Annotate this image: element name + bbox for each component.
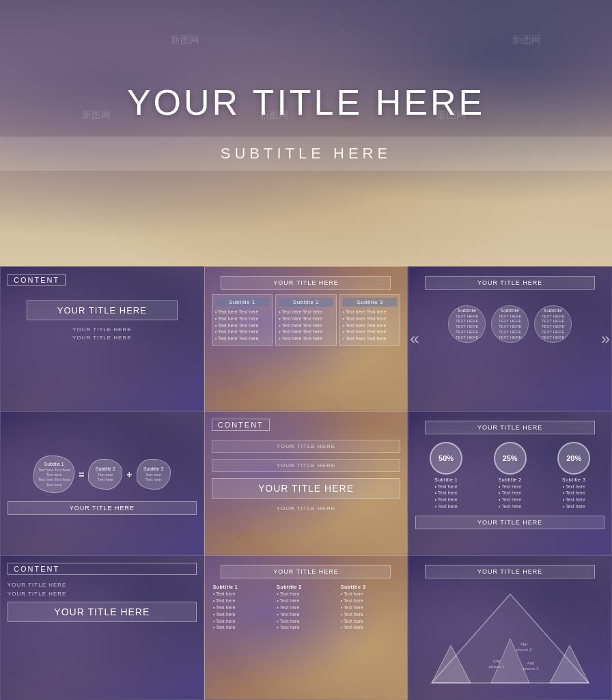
- circle-3: Subtitle TEXT HERETEXT HERETEXT HERETEXT…: [534, 305, 572, 343]
- svg-text:picture 1: picture 1: [488, 664, 505, 669]
- percent-circle-1: 50%: [430, 442, 462, 475]
- svg-text:App: App: [520, 642, 527, 646]
- col2-header: Subtitle 2: [279, 298, 333, 307]
- blob-1: Subtitle 1 Text here Text hereText hereT…: [33, 456, 74, 493]
- percent-circle-3: 20%: [557, 442, 590, 475]
- circle2-text: TEXT HERETEXT HERETEXT HERETEXT HERETEXT…: [499, 314, 522, 341]
- grid-section: CONTENT YOUR TITLE HERE YOUR TITLE HERE …: [0, 266, 612, 700]
- percent2-text: Text here Text here Text here Text here: [499, 484, 521, 510]
- circle2-title: Subtitle: [501, 308, 519, 313]
- cell4-bottom-title: YOUR TITLE HERE: [8, 501, 197, 515]
- hero-subtitle: SUBTITLE HERE: [221, 145, 391, 162]
- content-label-3: CONTENT: [8, 563, 197, 575]
- stacked-titles: YOUR TITLE HERE YOUR TITLE HERE YOUR TIT…: [212, 438, 401, 512]
- cell6-bottom-title: YOUR TITLE HERE: [415, 516, 604, 529]
- grid-cell-1-1: CONTENT YOUR TITLE HERE YOUR TITLE HERE …: [0, 266, 204, 411]
- circle1-title: Subtitle: [458, 308, 476, 313]
- box-main: YOUR TITLE HERE: [8, 602, 197, 622]
- cell8-col1: Subtitle 1 Text here Text here Text here…: [212, 583, 273, 632]
- percent-3: 20% Subtitle 3 Text here Text here Text …: [543, 442, 604, 510]
- col1-header: Subtitle 1: [215, 298, 270, 307]
- grid-cell-1-3: YOUR TITLE HERE « Subtitle TEXT HERETEXT…: [408, 266, 612, 411]
- watermark-1: 新图网: [82, 109, 111, 122]
- plus-op: +: [126, 469, 132, 480]
- quote-left-arrow: «: [410, 329, 419, 348]
- triangle-area: Sample 1 Sample 3 Sample 2 Add picture 1…: [415, 584, 604, 692]
- stacked-title2: YOUR TITLE HERE: [212, 459, 401, 472]
- cell8-col2-header: Subtitle 2: [277, 585, 335, 589]
- blob2-title: Subtitle 2: [96, 466, 115, 471]
- circle-2: Subtitle TEXT HERETEXT HERETEXT HERETEXT…: [491, 305, 529, 343]
- cell9-title: YOUR TITLE HERE: [425, 565, 595, 578]
- percent-label-3: Subtitle 3: [562, 477, 585, 482]
- content-label-1: CONTENT: [8, 274, 66, 286]
- grid-cell-2-2: CONTENT YOUR TITLE HERE YOUR TITLE HERE …: [204, 411, 408, 556]
- watermark-4: 新图网: [512, 34, 541, 46]
- circle1-text: TEXT HERETEXT HERETEXT HERETEXT HERETEXT…: [456, 314, 479, 341]
- main-container: YOUR TITLE HERE SUBTITLE HERE 新图网 新图网 新图…: [0, 0, 612, 700]
- cell1-main-title: YOUR TITLE HERE: [27, 300, 178, 320]
- quote-right-arrow: »: [601, 329, 610, 348]
- cell8-cols: Subtitle 1 Text here Text here Text here…: [212, 583, 401, 632]
- percent-2: 25% Subtitle 2 Text here Text here Text …: [479, 442, 541, 510]
- percent-label-1: Subtitle 1: [434, 477, 458, 482]
- circle3-title: Subtitle: [544, 308, 562, 313]
- cell1-sub2: YOUR TITLE HERE: [8, 335, 197, 341]
- equals-op: =: [79, 469, 84, 480]
- col3-header: Subtitle 3: [343, 298, 398, 307]
- col1-text: Text here Text here Text here Text here …: [215, 309, 270, 342]
- quote-circles: « Subtitle TEXT HERETEXT HERETEXT HERETE…: [415, 305, 604, 343]
- cell8-col2: Subtitle 2 Text here Text here Text here…: [275, 583, 337, 632]
- cell8-col2-text: Text here Text here Text here Text here …: [277, 591, 335, 631]
- percent-row: 50% Subtitle 1 Text here Text here Text …: [415, 442, 604, 510]
- blob2-text: Text hereText here: [98, 473, 113, 482]
- svg-text:Add: Add: [527, 661, 534, 665]
- hero-title-area: YOUR TITLE HERE: [127, 82, 485, 123]
- content-label-2: CONTENT: [212, 419, 270, 431]
- triangle-svg: Sample 1 Sample 3 Sample 2 Add picture 1…: [428, 591, 592, 686]
- cell8-col1-header: Subtitle 1: [213, 585, 272, 589]
- blob3-title: Subtitle 3: [143, 466, 163, 471]
- stacked-boxes: YOUR TITLE HERE YOUR TITLE HERE YOUR TIT…: [8, 582, 197, 624]
- grid-cell-1-2: YOUR TITLE HERE Subtitle 1 Text here Tex…: [204, 266, 408, 411]
- circle-1: Subtitle TEXT HERETEXT HERETEXT HERETEXT…: [448, 305, 486, 343]
- cell5-subtitle: YOUR TITLE HERE: [212, 505, 401, 512]
- cell2-cols: Subtitle 1 Text here Text here Text here…: [212, 294, 401, 346]
- svg-text:picture 2: picture 2: [516, 647, 532, 652]
- box-sub2: YOUR TITLE HERE: [8, 591, 197, 597]
- cell8-col3-header: Subtitle 3: [341, 585, 400, 589]
- blob1-title: Subtitle 1: [44, 462, 64, 466]
- box-sub1: YOUR TITLE HERE: [8, 582, 197, 588]
- cell1-sub1: YOUR TITLE HERE: [8, 326, 197, 333]
- cell8-title: YOUR TITLE HERE: [221, 565, 391, 578]
- watermark-5: 新图网: [171, 34, 199, 46]
- cell8-col1-text: Text here Text here Text here Text here …: [213, 591, 272, 631]
- equation-row: Subtitle 1 Text here Text hereText hereT…: [8, 456, 197, 493]
- stacked-title3: YOUR TITLE HERE: [212, 478, 401, 499]
- circle3-text: TEXT HERETEXT HERETEXT HERETEXT HERETEXT…: [542, 314, 565, 341]
- cell8-col3: Subtitle 3 Text here Text here Text here…: [339, 583, 401, 632]
- cell6-title: YOUR TITLE HERE: [425, 421, 595, 434]
- grid-cell-2-1: Subtitle 1 Text here Text hereText hereT…: [0, 411, 204, 556]
- grid-cell-3-2: YOUR TITLE HERE Subtitle 1 Text here Tex…: [204, 555, 408, 700]
- cell3-title: YOUR TITLE HERE: [425, 276, 595, 290]
- watermark-2: 新图网: [260, 109, 288, 122]
- stacked-title1: YOUR TITLE HERE: [212, 440, 401, 453]
- col3-text: Text here Text here Text here Text here …: [343, 309, 398, 342]
- blob3-text: Text hereText here: [145, 473, 161, 482]
- grid-cell-2-3: YOUR TITLE HERE 50% Subtitle 1 Text here…: [408, 411, 612, 556]
- percent3-text: Text here Text here Text here Text here: [563, 484, 585, 510]
- col2-text: Text here Text here Text here Text here …: [279, 309, 333, 342]
- cell2-title: YOUR TITLE HERE: [221, 276, 391, 290]
- percent-circle-2: 25%: [494, 442, 527, 475]
- cell8-col3-text: Text here Text here Text here Text here …: [341, 591, 400, 631]
- blob-3: Subtitle 3 Text hereText here: [137, 459, 171, 490]
- percent1-text: Text here Text here Text here Text here: [435, 484, 458, 510]
- col-3: Subtitle 3 Text here Text here Text here…: [339, 294, 401, 346]
- percent-1: 50% Subtitle 1 Text here Text here Text …: [415, 442, 477, 510]
- svg-text:picture 3: picture 3: [523, 667, 539, 671]
- blob-2: Subtitle 2 Text hereText here: [88, 459, 122, 490]
- col-2: Subtitle 2 Text here Text here Text here…: [275, 294, 337, 346]
- hero-section: YOUR TITLE HERE SUBTITLE HERE 新图网 新图网 新图…: [0, 0, 612, 266]
- col-1: Subtitle 1 Text here Text here Text here…: [212, 294, 273, 346]
